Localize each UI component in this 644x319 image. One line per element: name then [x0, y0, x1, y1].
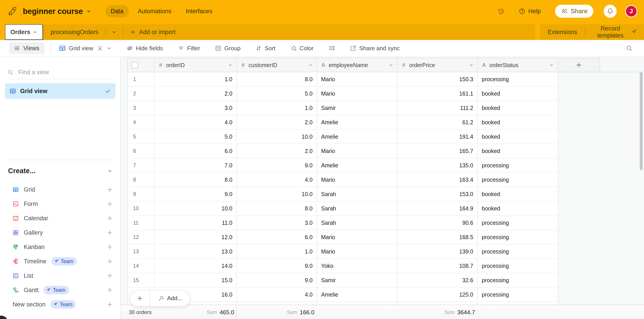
cell-orderPrice[interactable]: 165.7 [398, 144, 478, 158]
add-or-import-button[interactable]: Add or import [123, 29, 177, 36]
cell-orderStatus[interactable]: booked [478, 201, 558, 215]
row-number[interactable]: 6 [128, 144, 154, 158]
cell-orderStatus[interactable]: processing [478, 259, 558, 273]
cell-orderID[interactable]: 1.0 [154, 72, 237, 86]
row-number[interactable]: 9 [128, 187, 154, 201]
vertical-scrollbar[interactable] [640, 72, 643, 170]
cell-customerID[interactable]: 1.0 [237, 101, 317, 115]
cell-customerID[interactable]: 9.0 [237, 259, 317, 273]
cell-employeeName[interactable]: Samir [317, 101, 398, 115]
views-button[interactable]: Views [9, 42, 44, 54]
table-row[interactable]: 1111.03.0Sarah90.6processing [128, 216, 558, 230]
rocket-logo-icon[interactable] [7, 6, 18, 17]
view-switcher-grid-view[interactable]: Grid view [57, 45, 113, 52]
add-view-button[interactable] [106, 201, 113, 207]
row-number[interactable]: 2 [128, 87, 154, 101]
share-button[interactable]: Share [555, 5, 593, 18]
cell-orderStatus[interactable]: processing [478, 244, 558, 258]
cell-customerID[interactable]: 10.0 [237, 130, 317, 144]
row-number[interactable]: 1 [128, 72, 154, 86]
table-row[interactable]: 11.08.0Mario150.3processing [128, 72, 558, 87]
nav-tab-interfaces[interactable]: Interfaces [180, 5, 218, 18]
cell-orderStatus[interactable]: processing [478, 230, 558, 244]
base-title[interactable]: beginner course [23, 7, 83, 16]
add-with-ai-button[interactable]: Add... [150, 290, 190, 306]
row-number[interactable]: 15 [128, 273, 154, 287]
create-view-grid[interactable]: Grid [0, 182, 120, 197]
table-row[interactable]: 55.010.0Amelie191.4booked [128, 130, 558, 144]
sidebar-view-grid-view[interactable]: Grid view [5, 83, 116, 99]
cell-customerID[interactable]: 3.0 [237, 216, 317, 230]
add-field-button[interactable] [558, 58, 600, 72]
create-view-calendar[interactable]: 31Calendar [0, 211, 120, 225]
create-view-timeline[interactable]: TimelineTeam [0, 254, 120, 268]
cell-orderID[interactable]: 9.0 [154, 187, 237, 201]
chevron-down-icon[interactable] [469, 63, 474, 68]
chevron-down-icon[interactable] [549, 63, 554, 68]
cell-orderPrice[interactable]: 168.5 [398, 230, 478, 244]
add-view-button[interactable] [106, 244, 113, 250]
column-header-orderStatus[interactable]: AorderStatus [478, 58, 558, 72]
cell-orderStatus[interactable]: processing [478, 158, 558, 172]
cell-orderStatus[interactable]: booked [478, 87, 558, 101]
row-number[interactable]: 11 [128, 216, 154, 230]
group-button[interactable]: Group [214, 45, 242, 52]
add-view-button[interactable] [106, 215, 113, 222]
sum-orderPrice[interactable]: Sum3644.7 [403, 305, 477, 319]
cell-orderPrice[interactable]: 61.2 [398, 115, 478, 129]
nav-tab-data[interactable]: Data [105, 5, 129, 18]
sum-customerID[interactable]: Sum166.0 [243, 305, 316, 319]
cell-employeeName[interactable]: Amelie [317, 130, 398, 144]
cell-orderPrice[interactable]: 90.6 [398, 216, 478, 230]
chevron-down-icon[interactable] [388, 63, 394, 68]
help-button[interactable]: Help [517, 8, 542, 15]
cell-orderStatus[interactable]: processing [478, 287, 558, 301]
cell-orderPrice[interactable]: 153.0 [398, 187, 478, 201]
select-all-checkbox[interactable] [132, 62, 138, 68]
cell-orderStatus[interactable]: processing [478, 72, 558, 86]
cell-orderStatus[interactable]: booked [478, 101, 558, 115]
table-row[interactable]: 44.02.0Amelie61.2booked [128, 115, 558, 130]
table-row[interactable]: 1212.06.0Mario168.5processing [128, 230, 558, 244]
notifications-button[interactable] [604, 5, 617, 18]
record-templates-button[interactable]: Record templates [585, 25, 644, 39]
row-number[interactable]: 3 [128, 101, 154, 115]
tab-orders[interactable]: Orders [5, 24, 43, 40]
table-row[interactable]: 1010.08.0Sarah164.9booked [128, 201, 558, 216]
table-row[interactable] [128, 302, 558, 305]
add-view-button[interactable] [106, 186, 113, 193]
cell-orderPrice[interactable]: 32.6 [398, 273, 478, 287]
row-number[interactable]: 8 [128, 173, 154, 187]
cell-orderPrice[interactable]: 139.0 [398, 244, 478, 258]
cell-employeeName[interactable]: Amelie [317, 287, 398, 301]
create-view-gallery[interactable]: Gallery [0, 225, 120, 240]
create-view-kanban[interactable]: Kanban [0, 240, 120, 254]
nav-tab-automations[interactable]: Automations [132, 5, 177, 18]
cell-customerID[interactable]: 4.0 [237, 287, 317, 301]
table-row[interactable]: 1313.01.0Mario139.0processing [128, 244, 558, 259]
create-view-list[interactable]: List [0, 268, 120, 283]
tab-processingorders[interactable]: processingOrders [49, 29, 105, 36]
row-number[interactable]: 5 [128, 130, 154, 144]
create-view-new-section[interactable]: New sectionTeam [0, 297, 120, 311]
cell-customerID[interactable]: 9.0 [237, 273, 317, 287]
table-row[interactable]: 99.010.0Sarah153.0booked [128, 187, 558, 201]
color-button[interactable]: Color [289, 45, 315, 52]
cell-orderStatus[interactable]: booked [478, 115, 558, 129]
cell-orderID[interactable]: 7.0 [154, 158, 237, 172]
table-row[interactable]: 77.09.0Amelie135.0processing [128, 158, 558, 173]
table-list-dropdown[interactable] [106, 29, 122, 35]
cell-orderPrice[interactable]: 111.2 [398, 101, 478, 115]
column-header-customerID[interactable]: #customerID [237, 58, 317, 72]
row-number[interactable]: 10 [128, 201, 154, 215]
cell-customerID[interactable]: 4.0 [237, 173, 317, 187]
cell-orderID[interactable]: 12.0 [154, 230, 237, 244]
find-a-view-input[interactable] [18, 69, 114, 76]
cell-orderStatus[interactable]: booked [478, 144, 558, 158]
sum-orderID[interactable]: Sum465.0 [162, 305, 236, 319]
cell-employeeName[interactable]: Sarah [317, 201, 398, 215]
cell-customerID[interactable]: 1.0 [237, 244, 317, 258]
column-header-orderID[interactable]: #orderID [154, 58, 237, 72]
chevron-down-icon[interactable] [308, 63, 313, 68]
row-number[interactable]: 12 [128, 230, 154, 244]
